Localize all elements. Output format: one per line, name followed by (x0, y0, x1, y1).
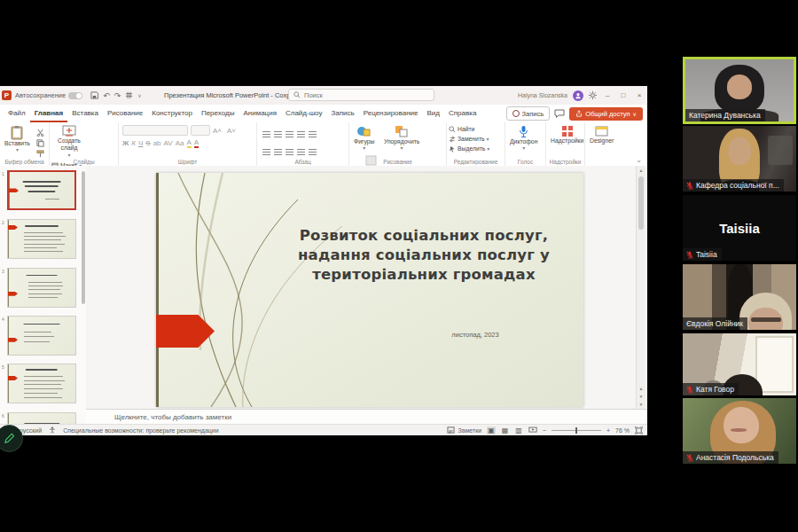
zoom-in-button[interactable]: + (606, 427, 610, 434)
qat-dropdown-icon[interactable]: ∨ (137, 92, 141, 98)
change-case-button[interactable]: Аа (176, 139, 184, 147)
slide-thumbnail-1[interactable]: 1 (7, 170, 76, 210)
columns-icon[interactable] (309, 149, 317, 155)
line-spacing-icon[interactable] (309, 131, 317, 137)
notes-toggle-button[interactable]: Заметки (447, 426, 481, 434)
annotate-button[interactable] (0, 425, 23, 452)
participant-tile-4[interactable]: Євдокія Олійник (683, 264, 796, 330)
new-slide-button[interactable]: Создать слайд▾ (51, 124, 87, 160)
participant-tile-5[interactable]: Катя Говор (683, 333, 796, 395)
tab-design[interactable]: Конструктор (147, 105, 197, 122)
indent-increase-icon[interactable] (297, 131, 305, 137)
addins-button[interactable]: Надстройки (548, 124, 586, 145)
numbering-icon[interactable] (274, 131, 282, 137)
highlight-color-button[interactable]: А (187, 138, 192, 148)
justify-icon[interactable] (297, 149, 305, 155)
tab-draw[interactable]: Рисование (103, 105, 147, 122)
tab-file[interactable]: Файл (4, 105, 30, 122)
fit-slide-icon[interactable] (635, 426, 643, 434)
tab-home[interactable]: Главная (30, 105, 68, 122)
accessibility-status[interactable]: Специальные возможности: проверьте реком… (63, 427, 219, 434)
reading-view-button[interactable]: ▥ (514, 426, 523, 434)
collapse-ribbon-icon[interactable]: ⌄ (636, 156, 642, 164)
grow-font-icon[interactable]: A˄ (213, 127, 222, 135)
zoom-slider[interactable] (552, 430, 601, 431)
font-color-button[interactable]: А (194, 138, 199, 148)
tab-transitions[interactable]: Переходы (197, 105, 239, 122)
grid-icon[interactable] (125, 91, 133, 99)
slide-thumbnail-2[interactable]: 2 (7, 219, 76, 259)
slide-title[interactable]: Розвиток соціальних послуг, надання соці… (250, 226, 583, 284)
align-left-icon[interactable] (262, 149, 270, 155)
italic-button[interactable]: К (131, 139, 136, 147)
notes-pane[interactable]: Щелкните, чтобы добавить заметки (86, 409, 647, 424)
align-center-icon[interactable] (274, 149, 282, 155)
bold-button[interactable]: Ж (122, 139, 129, 147)
undo-icon[interactable]: ↶ (103, 91, 110, 100)
account-avatar[interactable] (573, 90, 583, 101)
dictate-button[interactable]: Диктофон▾ (507, 124, 540, 153)
text-shadow-button[interactable]: ab (153, 139, 161, 147)
scrollbar-thumb[interactable] (638, 176, 644, 230)
redo-icon[interactable]: ↷ (114, 91, 121, 100)
participant-tile-2[interactable]: Кафедра соціальної п... (683, 126, 796, 192)
copy-icon[interactable] (36, 139, 44, 147)
search-box[interactable]: Поиск (288, 89, 434, 101)
account-name[interactable]: Halyna Slozanska (518, 92, 567, 98)
minimize-button[interactable]: – (602, 91, 613, 99)
replace-button[interactable]: Заменить▾ (449, 134, 503, 144)
participant-tile-3[interactable]: Taisiia Taisiia (683, 195, 796, 261)
tab-help[interactable]: Справка (444, 105, 481, 122)
record-button[interactable]: Запись (506, 106, 551, 121)
select-button[interactable]: Выделить▾ (449, 144, 503, 153)
char-spacing-button[interactable]: AV (164, 139, 173, 147)
shapes-button[interactable]: Фигуры▾ (351, 124, 377, 153)
font-name-box[interactable] (122, 125, 188, 136)
slideshow-view-button[interactable] (528, 426, 537, 434)
zoom-out-button[interactable]: − (543, 427, 546, 434)
scroll-down-icon[interactable]: ▼ (639, 402, 644, 407)
save-icon[interactable] (90, 91, 98, 99)
comments-icon[interactable] (554, 109, 565, 119)
font-size-box[interactable] (191, 125, 210, 136)
next-slide-icon[interactable]: ▼ (639, 394, 644, 399)
slide-thumbnail-3[interactable]: 3 (7, 268, 76, 308)
slide-thumbnail-4[interactable]: 4 (7, 316, 76, 356)
scroll-up-icon[interactable]: ▲ (639, 168, 644, 173)
participant-tile-6[interactable]: Анастасія Подольська (683, 398, 796, 464)
zoom-slider-thumb[interactable] (575, 427, 578, 434)
maximize-button[interactable]: □ (618, 91, 629, 99)
participant-tile-1[interactable]: Катерина Дуванська (683, 57, 796, 124)
indent-decrease-icon[interactable] (286, 131, 293, 137)
language-status[interactable]: русский (20, 427, 42, 434)
designer-button[interactable]: Designer (587, 124, 616, 145)
gear-icon[interactable] (589, 91, 597, 99)
tab-slideshow[interactable]: Слайд-шоу (281, 105, 326, 122)
panel-scrollbar[interactable] (82, 171, 85, 304)
align-right-icon[interactable] (286, 149, 293, 155)
tab-record[interactable]: Запись (326, 105, 358, 122)
tab-insert[interactable]: Вставка (67, 105, 103, 122)
slide-canvas[interactable]: Розвиток соціальних послуг, надання соці… (156, 173, 583, 407)
underline-button[interactable]: Ч (138, 139, 143, 147)
normal-view-button[interactable]: ▣ (487, 426, 496, 434)
format-painter-icon[interactable] (36, 150, 44, 158)
autosave-toggle[interactable] (68, 92, 82, 99)
arrange-button[interactable]: Упорядочить▾ (381, 124, 422, 153)
share-button[interactable]: Общий доступ∨ (569, 107, 643, 121)
paste-button[interactable]: Вставить▾ (2, 124, 33, 155)
slide-thumbnail-6[interactable]: 6 (7, 412, 76, 424)
slide-date[interactable]: листопад, 2023 (404, 331, 546, 339)
slide-sorter-view-button[interactable]: ▦ (501, 426, 510, 434)
tab-animations[interactable]: Анимация (239, 105, 281, 122)
shrink-font-icon[interactable]: A˅ (227, 127, 236, 135)
zoom-percent[interactable]: 76 % (615, 427, 630, 434)
strikethrough-button[interactable]: S (145, 139, 150, 147)
cut-icon[interactable] (36, 129, 44, 137)
slide-thumbnail-5[interactable]: 5 (7, 364, 76, 403)
tab-review[interactable]: Рецензирование (359, 105, 423, 122)
bullets-icon[interactable] (262, 131, 270, 137)
close-button[interactable]: × (634, 91, 645, 99)
find-button[interactable]: Найти (449, 124, 503, 134)
previous-slide-icon[interactable]: ▲ (639, 386, 644, 391)
